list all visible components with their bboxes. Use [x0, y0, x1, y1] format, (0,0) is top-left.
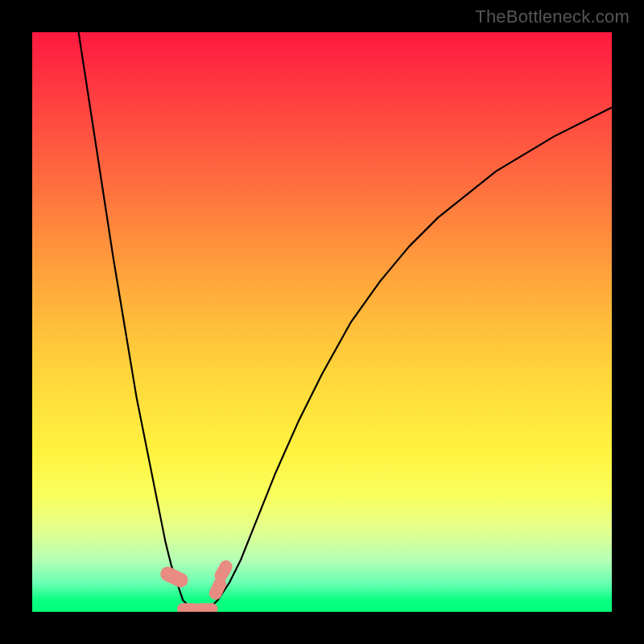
plot-area	[32, 32, 612, 612]
left-curve	[79, 32, 195, 612]
marker-0	[158, 564, 190, 590]
right-curve	[206, 108, 612, 612]
markers-group	[158, 558, 234, 612]
curves-svg	[32, 32, 612, 612]
marker-2	[195, 603, 218, 612]
watermark-text: TheBottleneck.com	[475, 6, 630, 27]
chart-container: TheBottleneck.com	[0, 0, 644, 644]
